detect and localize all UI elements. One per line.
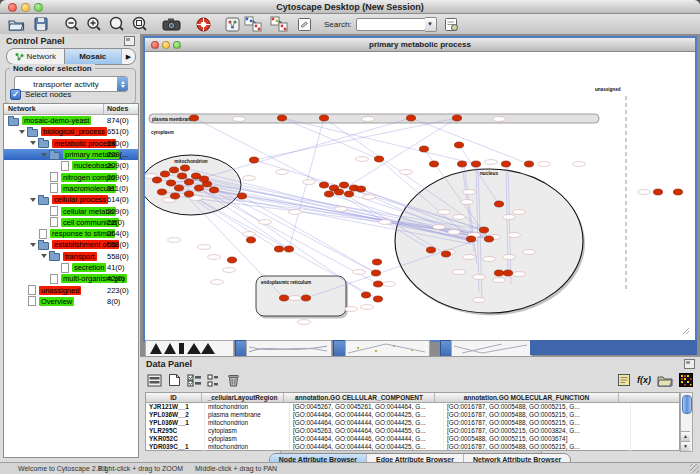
scrollbar-thumb[interactable] [682, 395, 692, 414]
search-dropdown-icon[interactable]: ▼ [425, 17, 437, 32]
network-node[interactable] [166, 180, 175, 186]
network-node[interactable] [454, 142, 463, 148]
network-node[interactable] [279, 295, 288, 301]
table-row[interactable]: YPL036W__2plasma membrane[GO:0044464, GO… [146, 411, 679, 419]
network-node[interactable] [237, 193, 246, 199]
tree-item[interactable]: biological_process651(0) [4, 126, 138, 137]
network-node[interactable] [471, 161, 480, 167]
tree-item[interactable]: cellular metabo209(0) [4, 205, 138, 216]
network-canvas[interactable]: nucleusmitochondrionendoplasmic reticulu… [145, 52, 691, 336]
network-node[interactable] [452, 115, 461, 121]
network-node[interactable] [503, 270, 512, 276]
tree-item[interactable]: Overview8(0) [4, 296, 138, 307]
tree-item[interactable]: cellular process614(0) [4, 194, 138, 205]
network-node[interactable] [334, 189, 343, 195]
minimized-window[interactable] [246, 340, 332, 356]
column-header[interactable]: annotation.GO CELLULAR_COMPONENT [284, 393, 435, 402]
network-node[interactable] [184, 191, 193, 197]
help-lifering-icon[interactable] [196, 16, 211, 33]
expand-arrow-icon[interactable] [41, 254, 47, 258]
expand-arrow-icon[interactable] [30, 198, 36, 202]
mitochondrion-region[interactable] [145, 155, 241, 215]
network-node[interactable] [479, 227, 488, 233]
expand-arrow-icon[interactable] [30, 141, 36, 145]
table-row[interactable]: YLR295Ccytoplasm[GO:0045263, GO:0044464,… [146, 427, 679, 435]
float-panel-icon[interactable] [124, 36, 135, 46]
network-node[interactable] [227, 257, 236, 263]
minimized-window[interactable] [451, 340, 532, 356]
tree-item[interactable]: macromolecule311(0) [4, 183, 138, 194]
attribute-list-icon[interactable] [207, 372, 219, 388]
network-node[interactable] [160, 171, 169, 177]
float-panel-icon[interactable] [684, 359, 695, 369]
network-node[interactable] [246, 237, 255, 243]
network-window-titlebar[interactable]: primary metabolic process [145, 38, 695, 52]
network-node[interactable] [170, 193, 179, 199]
network-node[interactable] [324, 191, 333, 197]
network-node[interactable] [319, 182, 328, 188]
network-edge[interactable] [282, 118, 379, 159]
network-node[interactable] [284, 246, 293, 252]
network-node[interactable] [361, 292, 370, 298]
network-node[interactable] [301, 295, 310, 301]
network-node[interactable] [169, 167, 178, 173]
table-row[interactable]: YPL036W__1mitochondrion[GO:0044464, GO:0… [146, 419, 679, 427]
scroll-up-icon[interactable]: ▲ [681, 431, 690, 441]
trash-icon[interactable] [227, 372, 240, 388]
tree-item[interactable]: multi-organism pro42(0) [4, 273, 138, 284]
zoom-selected-icon[interactable] [131, 16, 148, 33]
open-folder-icon[interactable] [8, 16, 25, 33]
network-node[interactable] [441, 251, 450, 257]
network-edge[interactable] [254, 118, 457, 160]
network-node[interactable] [339, 182, 348, 188]
tree-item[interactable]: primary metabo209(... [4, 149, 138, 160]
network-node[interactable] [373, 296, 382, 302]
tree-item[interactable]: secretion41(0) [4, 262, 138, 273]
network-node[interactable] [249, 157, 258, 163]
network-node[interactable] [406, 115, 415, 121]
column-header[interactable]: _cellularLayoutRegion [202, 393, 284, 402]
delete-attribute-icon[interactable] [187, 372, 202, 388]
copy-view-red-icon[interactable] [270, 16, 288, 33]
select-nodes-checkbox[interactable]: ✓ [10, 89, 21, 100]
scroll-down-icon[interactable]: ▼ [681, 441, 690, 451]
network-node[interactable] [184, 179, 193, 185]
tab-network[interactable]: Network [7, 49, 64, 64]
network-node[interactable] [653, 189, 662, 195]
tree-item[interactable]: transport558(0) [4, 251, 138, 262]
network-node[interactable] [457, 161, 466, 167]
heatmap-icon[interactable] [679, 372, 693, 388]
snapshot-camera-icon[interactable] [162, 16, 181, 33]
network-node[interactable] [371, 270, 380, 276]
annotation-icon[interactable] [297, 16, 312, 33]
tab-mosaic[interactable]: Mosaic [64, 49, 122, 64]
network-node[interactable] [274, 246, 283, 252]
network-node[interactable] [494, 201, 503, 207]
tab-scroll-arrow-icon[interactable]: ▶ [121, 49, 135, 64]
network-node[interactable] [199, 176, 208, 182]
title-bar[interactable]: Cytoscape Desktop (New Session) [0, 0, 700, 14]
network-edge[interactable] [411, 118, 529, 164]
table-vertical-scrollbar[interactable]: ▲ ▼ [680, 392, 693, 452]
save-icon[interactable] [34, 16, 48, 33]
tree-item[interactable]: metabolic process280(0) [4, 138, 138, 149]
tree-item[interactable]: unassigned223(0) [4, 284, 138, 295]
network-node[interactable] [194, 185, 203, 191]
network-node[interactable] [277, 115, 286, 121]
import-attributes-icon[interactable] [617, 372, 631, 388]
zoom-out-icon[interactable] [64, 16, 80, 33]
tree-item[interactable]: nucleobase-209(0) [4, 160, 138, 171]
network-node[interactable] [189, 115, 198, 121]
minimized-window[interactable] [145, 340, 234, 356]
network-node[interactable] [524, 161, 533, 167]
network-node[interactable] [180, 165, 189, 171]
network-node[interactable] [429, 161, 438, 167]
network-node[interactable] [152, 177, 161, 183]
network-node[interactable] [373, 281, 382, 287]
network-node[interactable] [484, 236, 493, 242]
network-node[interactable] [426, 247, 435, 253]
expand-arrow-icon[interactable] [19, 130, 25, 134]
tree-item[interactable]: response to stimul264(0) [4, 228, 138, 239]
zoom-fit-icon[interactable] [108, 16, 125, 33]
table-row[interactable]: YJR121W__1mitochondrion[GO:0045267, GO:0… [146, 403, 679, 411]
